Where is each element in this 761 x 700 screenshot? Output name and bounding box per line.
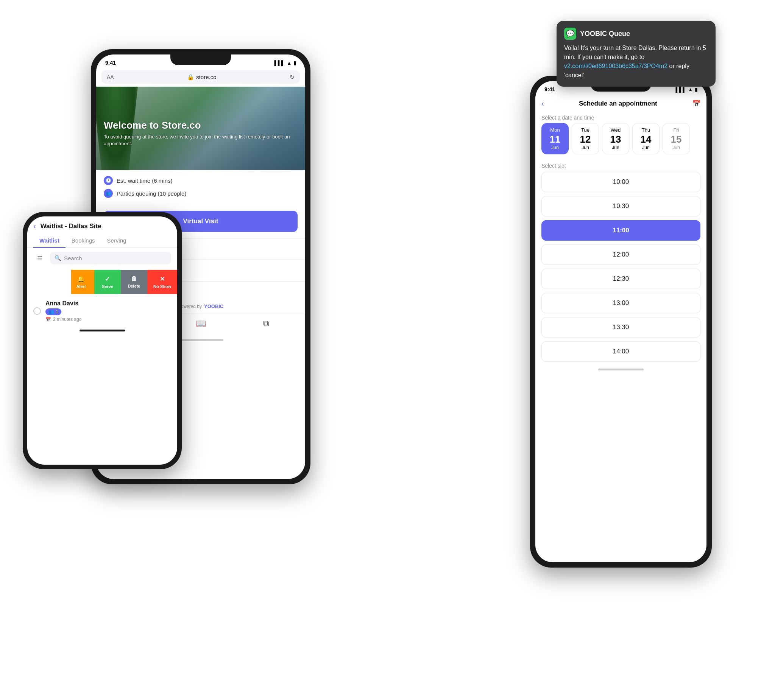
clock-icon: 🕐 xyxy=(104,176,113,185)
parties-item: 👥 Parties queuing (10 people) xyxy=(104,189,298,198)
signal-icon: ▌▌▌ xyxy=(274,60,285,66)
schedule-header: ‹ Schedule an appointment 📅 xyxy=(536,94,706,111)
store-title: Welcome to Store.co xyxy=(104,120,298,131)
notification-toast: 💬 YOOBIC Queue Voila! It's your turn at … xyxy=(557,21,716,87)
calendar-icon-small: 📅 xyxy=(45,317,51,322)
delete-label: Delete xyxy=(128,284,140,288)
wifi-icon: ▲ xyxy=(287,60,291,66)
tabs-icon[interactable]: ⧉ xyxy=(263,319,269,328)
date-month-wed: Jun xyxy=(612,145,619,150)
alert-button[interactable]: 🔔 Alert xyxy=(68,270,94,294)
time-slot-1200[interactable]: 12:00 xyxy=(542,244,700,265)
date-day-name-thu: Thu xyxy=(642,127,650,133)
time-slot-1030[interactable]: 10:30 xyxy=(542,196,700,216)
time-slot-1330[interactable]: 13:30 xyxy=(542,317,700,338)
bookmark-icon[interactable]: 📖 xyxy=(196,319,206,328)
battery-icon-right: ▮ xyxy=(695,87,697,92)
browser-url: 🔒 store.co xyxy=(118,74,286,81)
row-meta-anna: 📅 2 minutes ago xyxy=(45,317,171,322)
filter-button[interactable]: ☰ xyxy=(33,252,46,264)
refresh-icon[interactable]: ↻ xyxy=(290,73,294,81)
status-icons-right: ▌▌▌ ▲ ▮ xyxy=(675,87,697,92)
waitlist-item-anna: Anna Davis 👥 1 📅 2 minutes ago xyxy=(27,295,177,327)
wifi-icon-right: ▲ xyxy=(688,87,693,92)
time-slots: 10:00 10:30 11:00 12:00 12:30 13:00 13:3… xyxy=(536,172,706,366)
store-info: 🕐 Est. wait time (6 mins) 👥 Parties queu… xyxy=(96,170,305,208)
date-month-tue: Jun xyxy=(581,145,589,150)
waitlist-header: ‹ Waitlist - Dallas Site xyxy=(27,216,177,233)
date-month-fri: Jun xyxy=(672,145,680,150)
hero-title-block: Welcome to Store.co To avoid queuing at … xyxy=(104,120,298,147)
tab-serving[interactable]: Serving xyxy=(101,233,133,247)
row-name-sam: Sam Pa xyxy=(27,274,65,281)
date-day-num-tue: 12 xyxy=(580,134,591,144)
waitlist-tabs: Waitlist Bookings Serving xyxy=(27,233,177,248)
status-time-right: 9:41 xyxy=(545,86,555,92)
notif-body: Voila! It's your turn at Store Dallas. P… xyxy=(564,44,708,80)
tab-waitlist[interactable]: Waitlist xyxy=(33,233,66,247)
row-info-sam: Sam Pa 👥 1 xyxy=(27,274,65,289)
date-chip-thu[interactable]: Thu 14 Jun xyxy=(632,123,659,155)
notif-header: 💬 YOOBIC Queue xyxy=(564,28,708,40)
date-chip-tue[interactable]: Tue 12 Jun xyxy=(572,123,599,155)
x-icon: ✕ xyxy=(160,275,165,283)
store-subtitle: To avoid queuing at the store, we invite… xyxy=(104,134,298,147)
waitlist-row-anna: Anna Davis 👥 1 📅 2 minutes ago xyxy=(27,295,177,327)
date-chip-mon[interactable]: Mon 11 Jun xyxy=(542,123,569,155)
date-section-label: Select a date and time xyxy=(536,111,706,123)
alert-label: Alert xyxy=(76,284,86,289)
phone-right: 9:41 ▌▌▌ ▲ ▮ ‹ Schedule an appointment 📅… xyxy=(530,76,712,567)
notif-link[interactable]: v2.com/l/0ed691003b6c35a7/3PO4m2 xyxy=(564,63,667,69)
date-month-thu: Jun xyxy=(642,145,649,150)
schedule-title: Schedule an appointment xyxy=(549,100,687,108)
date-chip-wed[interactable]: Wed 13 Jun xyxy=(602,123,629,155)
time-ago-anna: 2 minutes ago xyxy=(53,317,81,322)
home-indicator-right xyxy=(598,369,644,370)
notif-app-icon: 💬 xyxy=(564,28,576,40)
time-slot-1100[interactable]: 11:00 xyxy=(542,220,700,241)
time-slot-1300[interactable]: 13:00 xyxy=(542,293,700,313)
time-slot-1000[interactable]: 10:00 xyxy=(542,172,700,192)
date-day-name-tue: Tue xyxy=(581,127,589,133)
signal-icon-right: ▌▌▌ xyxy=(675,87,686,92)
delete-button[interactable]: 🗑 Delete xyxy=(121,270,147,294)
people-badge-icon2: 👥 xyxy=(49,309,54,314)
wait-time-item: 🕐 Est. wait time (6 mins) xyxy=(104,176,298,185)
phone-left: ‹ Waitlist - Dallas Site Waitlist Bookin… xyxy=(23,212,182,469)
date-day-name-wed: Wed xyxy=(611,127,621,133)
tab-bookings[interactable]: Bookings xyxy=(66,233,101,247)
battery-icon: ▮ xyxy=(293,60,296,66)
lock-icon: 🔒 xyxy=(187,74,194,81)
date-day-num-wed: 13 xyxy=(610,134,621,144)
calendar-icon[interactable]: 📅 xyxy=(692,100,700,108)
search-box[interactable]: 🔍 Search xyxy=(50,252,171,264)
row-badge-anna: 👥 1 xyxy=(45,308,61,315)
badge-count-anna: 1 xyxy=(56,309,58,314)
back-button-right[interactable]: ‹ xyxy=(542,99,544,108)
swipe-actions-sam: 🔔 Alert ✓ Serve 🗑 Delete ✕ No Show xyxy=(68,270,177,294)
waitlist-toolbar: ☰ 🔍 Search xyxy=(27,248,177,268)
search-icon: 🔍 xyxy=(55,255,61,261)
check-icon: ✓ xyxy=(105,275,110,283)
browser-aa: AA xyxy=(107,74,114,80)
yoobic-logo: YOOBIC xyxy=(204,303,223,309)
bell-icon: 🔔 xyxy=(77,275,85,283)
time-slot-1230[interactable]: 12:30 xyxy=(542,269,700,289)
back-button[interactable]: ‹ xyxy=(33,222,36,230)
notif-app-name: YOOBIC Queue xyxy=(580,30,630,38)
trash-icon: 🗑 xyxy=(131,275,137,282)
serve-button[interactable]: ✓ Serve xyxy=(94,270,121,294)
date-day-num-mon: 11 xyxy=(550,134,561,144)
noshow-button[interactable]: ✕ No Show xyxy=(147,270,177,294)
row-info-anna: Anna Davis 👥 1 📅 2 minutes ago xyxy=(45,300,171,322)
date-day-name-mon: Mon xyxy=(550,127,560,133)
row-checkbox-anna[interactable] xyxy=(33,307,41,315)
parties-text: Parties queuing (10 people) xyxy=(117,190,186,197)
phone-notch xyxy=(171,55,231,65)
time-slot-1400[interactable]: 14:00 xyxy=(542,341,700,362)
row-name-anna: Anna Davis xyxy=(45,300,171,307)
browser-bar[interactable]: AA 🔒 store.co ↻ xyxy=(102,70,300,84)
serve-label: Serve xyxy=(102,284,113,289)
date-chip-fri[interactable]: Fri 15 Jun xyxy=(662,123,690,155)
waitlist-row-sam: Sam Pa 👥 1 xyxy=(27,270,71,294)
